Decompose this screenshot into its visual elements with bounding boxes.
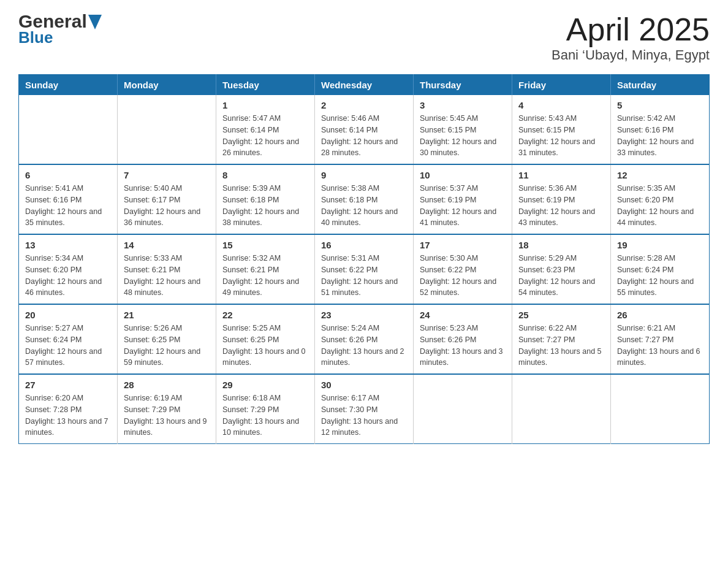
day-of-week-header: Monday xyxy=(118,75,216,96)
logo-triangle-icon xyxy=(88,15,102,29)
title-block: April 2025 Bani ‘Ubayd, Minya, Egypt xyxy=(552,12,710,63)
day-info: Sunrise: 5:38 AMSunset: 6:18 PMDaylight:… xyxy=(321,183,407,229)
calendar-day-cell: 3Sunrise: 5:45 AMSunset: 6:15 PMDaylight… xyxy=(414,95,512,164)
svg-marker-0 xyxy=(88,15,102,29)
calendar-table: SundayMondayTuesdayWednesdayThursdayFrid… xyxy=(18,74,710,444)
calendar-week-row: 6Sunrise: 5:41 AMSunset: 6:16 PMDaylight… xyxy=(19,164,710,234)
calendar-day-cell: 28Sunrise: 6:19 AMSunset: 7:29 PMDayligh… xyxy=(118,374,216,444)
calendar-day-cell xyxy=(19,95,118,164)
calendar-day-cell: 9Sunrise: 5:38 AMSunset: 6:18 PMDaylight… xyxy=(315,164,414,234)
day-number: 28 xyxy=(124,380,210,390)
day-info: Sunrise: 6:17 AMSunset: 7:30 PMDaylight:… xyxy=(321,393,407,439)
day-number: 6 xyxy=(25,170,111,180)
day-number: 18 xyxy=(518,240,604,250)
day-number: 2 xyxy=(321,100,407,110)
day-info: Sunrise: 5:28 AMSunset: 6:24 PMDaylight:… xyxy=(617,253,703,299)
logo-blue-text: Blue xyxy=(18,28,53,47)
day-number: 14 xyxy=(124,240,210,250)
calendar-day-cell: 7Sunrise: 5:40 AMSunset: 6:17 PMDaylight… xyxy=(118,164,216,234)
day-info: Sunrise: 5:32 AMSunset: 6:21 PMDaylight:… xyxy=(222,253,308,299)
calendar-day-cell: 12Sunrise: 5:35 AMSunset: 6:20 PMDayligh… xyxy=(611,164,710,234)
day-number: 24 xyxy=(420,310,506,320)
calendar-day-cell: 10Sunrise: 5:37 AMSunset: 6:19 PMDayligh… xyxy=(414,164,512,234)
day-info: Sunrise: 5:24 AMSunset: 6:26 PMDaylight:… xyxy=(321,323,407,369)
calendar-day-cell: 26Sunrise: 6:21 AMSunset: 7:27 PMDayligh… xyxy=(611,304,710,374)
day-info: Sunrise: 5:39 AMSunset: 6:18 PMDaylight:… xyxy=(222,183,308,229)
day-number: 11 xyxy=(518,170,604,180)
calendar-day-cell xyxy=(611,374,710,444)
day-of-week-header: Tuesday xyxy=(216,75,315,96)
day-number: 22 xyxy=(222,310,308,320)
day-info: Sunrise: 6:18 AMSunset: 7:29 PMDaylight:… xyxy=(222,393,308,439)
calendar-day-cell: 21Sunrise: 5:26 AMSunset: 6:25 PMDayligh… xyxy=(118,304,216,374)
day-number: 15 xyxy=(222,240,308,250)
day-info: Sunrise: 6:21 AMSunset: 7:27 PMDaylight:… xyxy=(617,323,703,369)
day-info: Sunrise: 6:20 AMSunset: 7:28 PMDaylight:… xyxy=(25,393,111,439)
calendar-day-cell: 29Sunrise: 6:18 AMSunset: 7:29 PMDayligh… xyxy=(216,374,315,444)
day-info: Sunrise: 5:23 AMSunset: 6:26 PMDaylight:… xyxy=(420,323,506,369)
calendar-day-cell: 13Sunrise: 5:34 AMSunset: 6:20 PMDayligh… xyxy=(19,234,118,304)
calendar-day-cell: 24Sunrise: 5:23 AMSunset: 6:26 PMDayligh… xyxy=(414,304,512,374)
calendar-day-cell: 2Sunrise: 5:46 AMSunset: 6:14 PMDaylight… xyxy=(315,95,414,164)
day-number: 10 xyxy=(420,170,506,180)
day-number: 19 xyxy=(617,240,703,250)
page-header: General Blue April 2025 Bani ‘Ubayd, Min… xyxy=(18,12,710,63)
day-info: Sunrise: 5:26 AMSunset: 6:25 PMDaylight:… xyxy=(124,323,210,369)
day-of-week-header: Friday xyxy=(512,75,611,96)
day-info: Sunrise: 5:30 AMSunset: 6:22 PMDaylight:… xyxy=(420,253,506,299)
day-number: 1 xyxy=(222,100,308,110)
day-number: 17 xyxy=(420,240,506,250)
day-info: Sunrise: 5:35 AMSunset: 6:20 PMDaylight:… xyxy=(617,183,703,229)
day-number: 16 xyxy=(321,240,407,250)
calendar-day-cell: 19Sunrise: 5:28 AMSunset: 6:24 PMDayligh… xyxy=(611,234,710,304)
calendar-day-cell: 1Sunrise: 5:47 AMSunset: 6:14 PMDaylight… xyxy=(216,95,315,164)
day-info: Sunrise: 5:27 AMSunset: 6:24 PMDaylight:… xyxy=(25,323,111,369)
day-number: 25 xyxy=(518,310,604,320)
calendar-week-row: 13Sunrise: 5:34 AMSunset: 6:20 PMDayligh… xyxy=(19,234,710,304)
calendar-day-cell xyxy=(512,374,611,444)
day-number: 29 xyxy=(222,380,308,390)
day-of-week-header: Sunday xyxy=(19,75,118,96)
calendar-week-row: 20Sunrise: 5:27 AMSunset: 6:24 PMDayligh… xyxy=(19,304,710,374)
day-number: 30 xyxy=(321,380,407,390)
day-of-week-header: Saturday xyxy=(611,75,710,96)
day-number: 13 xyxy=(25,240,111,250)
calendar-day-cell: 6Sunrise: 5:41 AMSunset: 6:16 PMDaylight… xyxy=(19,164,118,234)
calendar-day-cell xyxy=(118,95,216,164)
calendar-week-row: 1Sunrise: 5:47 AMSunset: 6:14 PMDaylight… xyxy=(19,95,710,164)
day-info: Sunrise: 5:41 AMSunset: 6:16 PMDaylight:… xyxy=(25,183,111,229)
day-number: 27 xyxy=(25,380,111,390)
calendar-day-cell: 16Sunrise: 5:31 AMSunset: 6:22 PMDayligh… xyxy=(315,234,414,304)
calendar-day-cell: 17Sunrise: 5:30 AMSunset: 6:22 PMDayligh… xyxy=(414,234,512,304)
calendar-header: SundayMondayTuesdayWednesdayThursdayFrid… xyxy=(19,75,710,96)
day-number: 7 xyxy=(124,170,210,180)
day-info: Sunrise: 6:22 AMSunset: 7:27 PMDaylight:… xyxy=(518,323,604,369)
calendar-day-cell: 30Sunrise: 6:17 AMSunset: 7:30 PMDayligh… xyxy=(315,374,414,444)
calendar-day-cell: 11Sunrise: 5:36 AMSunset: 6:19 PMDayligh… xyxy=(512,164,611,234)
calendar-day-cell: 27Sunrise: 6:20 AMSunset: 7:28 PMDayligh… xyxy=(19,374,118,444)
calendar-day-cell: 15Sunrise: 5:32 AMSunset: 6:21 PMDayligh… xyxy=(216,234,315,304)
day-info: Sunrise: 5:29 AMSunset: 6:23 PMDaylight:… xyxy=(518,253,604,299)
day-of-week-header: Wednesday xyxy=(315,75,414,96)
day-number: 9 xyxy=(321,170,407,180)
day-info: Sunrise: 5:33 AMSunset: 6:21 PMDaylight:… xyxy=(124,253,210,299)
day-number: 20 xyxy=(25,310,111,320)
calendar-day-cell xyxy=(414,374,512,444)
calendar-day-cell: 8Sunrise: 5:39 AMSunset: 6:18 PMDaylight… xyxy=(216,164,315,234)
day-info: Sunrise: 5:46 AMSunset: 6:14 PMDaylight:… xyxy=(321,113,407,159)
calendar-day-cell: 4Sunrise: 5:43 AMSunset: 6:15 PMDaylight… xyxy=(512,95,611,164)
day-info: Sunrise: 5:37 AMSunset: 6:19 PMDaylight:… xyxy=(420,183,506,229)
calendar-title: April 2025 xyxy=(552,12,710,47)
day-info: Sunrise: 5:45 AMSunset: 6:15 PMDaylight:… xyxy=(420,113,506,159)
calendar-day-cell: 23Sunrise: 5:24 AMSunset: 6:26 PMDayligh… xyxy=(315,304,414,374)
day-number: 3 xyxy=(420,100,506,110)
day-info: Sunrise: 5:42 AMSunset: 6:16 PMDaylight:… xyxy=(617,113,703,159)
calendar-day-cell: 5Sunrise: 5:42 AMSunset: 6:16 PMDaylight… xyxy=(611,95,710,164)
day-number: 8 xyxy=(222,170,308,180)
calendar-day-cell: 20Sunrise: 5:27 AMSunset: 6:24 PMDayligh… xyxy=(19,304,118,374)
day-number: 21 xyxy=(124,310,210,320)
day-info: Sunrise: 5:43 AMSunset: 6:15 PMDaylight:… xyxy=(518,113,604,159)
day-info: Sunrise: 5:40 AMSunset: 6:17 PMDaylight:… xyxy=(124,183,210,229)
day-info: Sunrise: 5:31 AMSunset: 6:22 PMDaylight:… xyxy=(321,253,407,299)
logo: General Blue xyxy=(18,12,102,47)
